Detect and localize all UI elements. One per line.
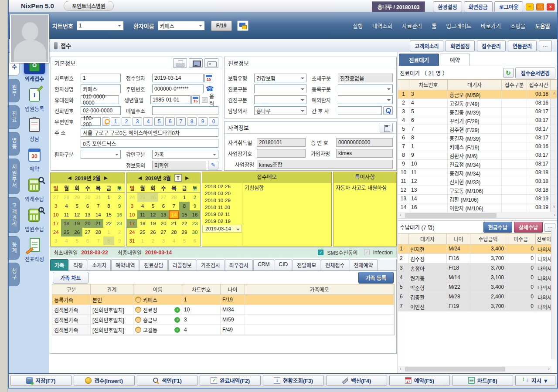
menu-6[interactable]: 쇼핑몰: [510, 22, 526, 30]
calendar-day[interactable]: 30: [82, 193, 93, 202]
calendar-day[interactable]: 9: [114, 237, 125, 245]
waiting-row[interactable]: 35홍길동 (M/39)08:17: [398, 108, 557, 116]
birth-calendar-icon[interactable]: 15: [191, 95, 200, 104]
edit-icon[interactable]: ✎: [208, 161, 218, 169]
table-row[interactable]: 검색된가족[전화번호일치]고길동+4F/49: [52, 325, 394, 335]
memo-date[interactable]: 2018-11-30: [202, 204, 242, 211]
calendar-day[interactable]: 2: [148, 237, 158, 245]
payment-row[interactable]: 4권기동M/143,1000나의사: [398, 273, 557, 283]
waiting-row[interactable]: 46꾸러기 (F/29)08:17: [398, 116, 557, 125]
calendar-day[interactable]: 3: [127, 202, 137, 210]
calendar-day[interactable]: 16: [114, 210, 125, 219]
family-tab-7[interactable]: 좌우검사: [225, 259, 253, 270]
chart-number-select[interactable]: 1: [77, 21, 124, 30]
calendar-day[interactable]: 14: [93, 210, 103, 219]
calendar-day[interactable]: 24: [51, 228, 61, 237]
calendar-day[interactable]: 6: [82, 237, 93, 245]
mobile-input[interactable]: 010-0000-0000: [81, 95, 119, 104]
calendar-day[interactable]: 19: [72, 219, 82, 228]
family-tab-10[interactable]: 전달메모: [293, 259, 320, 270]
titlebar-button-2[interactable]: 로그아웃: [494, 1, 523, 12]
payment-row[interactable]: 6김충환M/282,4000나의사: [398, 292, 557, 302]
strip-button-0[interactable]: 고객의소리: [410, 41, 443, 51]
waiting-vscrollbar[interactable]: [551, 134, 557, 142]
memo-date[interactable]: 2018-10-29: [202, 197, 242, 204]
patient-type-select[interactable]: [81, 150, 121, 159]
nurse-input[interactable]: [338, 106, 382, 115]
add-family-icon[interactable]: +: [174, 307, 180, 313]
bottom-button-4[interactable]: 현황조회(F3): [263, 375, 324, 386]
family-tab-6[interactable]: 기초검사: [197, 259, 225, 270]
calendar-day[interactable]: 13: [158, 210, 169, 219]
calendar-day[interactable]: 15: [103, 210, 114, 219]
calendar-day[interactable]: 23: [114, 219, 125, 228]
sidebar-item-1[interactable]: I입원등록: [21, 86, 48, 112]
calendar-day[interactable]: 30: [190, 228, 200, 237]
digit-button-9[interactable]: 9: [198, 117, 208, 126]
calendar-day[interactable]: 12: [148, 210, 158, 219]
family-tab-2[interactable]: 소개자: [88, 259, 111, 270]
name-input[interactable]: 키메스: [81, 84, 121, 93]
calendar-next-icon[interactable]: ▶: [104, 175, 107, 181]
calendar-day[interactable]: 1: [103, 193, 114, 202]
menu-4[interactable]: 업그레이드: [446, 22, 471, 30]
digit-button-2[interactable]: 2: [122, 117, 131, 126]
bottom-button-5[interactable]: 백신(F4): [326, 375, 387, 386]
discount-select[interactable]: 가족: [152, 150, 218, 159]
family-tab-1[interactable]: 직장: [69, 259, 87, 270]
strip-button-2[interactable]: 접수관리: [477, 41, 506, 51]
calendar-day[interactable]: 23: [190, 219, 200, 228]
waiting-row[interactable]: 24고길동 (F/49)08:16: [398, 99, 557, 108]
calendar-day[interactable]: 3: [51, 237, 61, 245]
menu-1[interactable]: 내역조회: [372, 22, 392, 30]
calendar-day[interactable]: 4: [169, 237, 179, 245]
ssn-input[interactable]: 000000-0******: [152, 84, 204, 93]
calendar-day[interactable]: 20: [82, 219, 93, 228]
calendar-day[interactable]: 3: [51, 202, 61, 210]
calendar-prev-icon[interactable]: ◀: [138, 175, 142, 181]
waiting-row[interactable]: 89김환자 (M/6)08:17: [398, 151, 557, 160]
calendar-day[interactable]: 17: [127, 219, 137, 228]
email-input[interactable]: [152, 106, 218, 115]
memo-date[interactable]: 2018-03-20: [202, 190, 242, 197]
calendar-day[interactable]: 6: [82, 202, 93, 210]
lunar-checkbox[interactable]: ✓: [202, 97, 208, 103]
waiting-row[interactable]: 1213구로동 (M/106)08:18: [398, 186, 557, 195]
waiting-vscrollbar[interactable]: [551, 142, 557, 151]
reorder-button[interactable]: 접수순서변경: [515, 68, 555, 78]
sidebar-tab-5[interactable]: 고객관리: [9, 197, 20, 233]
calendar-day[interactable]: 25: [137, 193, 148, 202]
calendar-day[interactable]: 29: [179, 228, 190, 237]
calendar-day[interactable]: 5: [148, 202, 158, 210]
calendar-day[interactable]: 7: [169, 202, 179, 210]
sidebar-item-2[interactable]: 상담: [21, 116, 48, 142]
calendar-day[interactable]: 25: [61, 228, 71, 237]
sidebar-item-6[interactable]: 전표작성: [21, 236, 48, 263]
calendar-day[interactable]: 25: [137, 228, 148, 237]
calendar-prev-icon[interactable]: ◀: [68, 175, 71, 181]
nurse-search-icon[interactable]: [383, 106, 393, 115]
memo-date[interactable]: 2018-02-26: [202, 183, 242, 190]
detail-payment-button[interactable]: 상세수납: [514, 222, 543, 233]
waiting-vscrollbar[interactable]: [551, 160, 557, 169]
phone-icon[interactable]: ☎: [205, 84, 214, 93]
calendar-day[interactable]: 2: [114, 193, 125, 202]
table-row[interactable]: 검색된가족[전화번호일치]진료정+10M/34: [52, 305, 394, 315]
zip-input[interactable]: 100-200: [81, 117, 101, 126]
payment-row[interactable]: 2김수정F/163,7000나의사: [398, 254, 557, 264]
waiting-vscrollbar[interactable]: [551, 169, 557, 177]
calendar-day[interactable]: 24: [127, 193, 137, 202]
calendar-day[interactable]: 16: [190, 210, 200, 219]
titlebar-button-0[interactable]: 환경설정: [433, 1, 462, 12]
restore-icon[interactable]: □: [536, 3, 544, 10]
care-select[interactable]: [254, 84, 306, 93]
calendar-day[interactable]: 8: [103, 202, 114, 210]
save-disk-icon[interactable]: [380, 123, 393, 132]
calendar-day[interactable]: 4: [61, 237, 71, 245]
calendar-day[interactable]: 2: [190, 193, 200, 202]
tab-waiting-list[interactable]: 진료대기: [399, 54, 439, 66]
waiting-vscrollbar[interactable]: [551, 116, 557, 125]
calendar-day[interactable]: 1: [179, 193, 190, 202]
id-card-icon[interactable]: [204, 58, 218, 68]
calendar-day[interactable]: 14: [169, 210, 179, 219]
